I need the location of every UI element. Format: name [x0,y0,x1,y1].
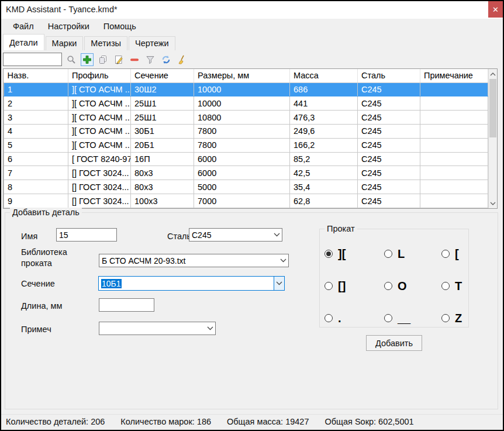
table-scrollbar[interactable] [488,69,497,208]
column-header-note[interactable]: Примечание [420,69,488,82]
table-cell: 8 [4,180,68,194]
table-cell: 30Б1 [131,124,194,138]
prokat-grid: ][L[[]OT.__Z [320,229,468,334]
table-row[interactable]: 4][ СТО АСЧМ ...30Б17800249,6С245 [4,124,488,138]
table-row[interactable]: 3][ СТО АСЧМ ...25Ш110800476,3С245 [4,111,488,125]
tab-strip: Детали Марки Метизы Чертежи [3,34,177,50]
table-cell: 42,5 [290,166,358,180]
scrollbar-track[interactable] [489,137,497,198]
chevron-down-icon [205,322,215,335]
scroll-down-icon[interactable] [489,198,497,208]
prokat-radio-2[interactable]: [ [441,248,468,260]
table-row[interactable]: 6[ ГОСТ 8240-9716П600085,2С245 [4,152,488,166]
column-header-mass[interactable]: Масса [290,69,358,82]
section-combobox-value: 10Б1 [99,279,274,288]
steel-select[interactable]: С245 [189,228,282,242]
table-cell: 6000 [194,166,290,180]
radio-icon [441,314,450,322]
library-select[interactable]: Б СТО АСЧМ 20-93.txt [99,254,289,267]
filter-icon[interactable] [144,53,157,66]
copy-icon[interactable] [96,53,109,66]
table-cell: 6000 [194,152,290,166]
note-select[interactable] [99,322,216,335]
prokat-radio-label: . [338,312,341,324]
column-header-profile[interactable]: Профиль [68,69,131,82]
table-cell [420,111,488,125]
library-label: Библиотека проката [21,247,75,269]
prokat-radio-0[interactable]: ][ [325,248,384,260]
table-cell: [] ГОСТ 3024... [68,166,131,180]
table-cell [420,166,488,180]
table-cell [420,124,488,138]
prokat-radio-6[interactable]: . [325,312,384,324]
prokat-radio-label: __ [398,312,410,324]
title-bar: KMD Assistant - Туапсе.kmd* ✕ [1,1,503,19]
table-cell: С245 [358,111,420,125]
column-header-steel[interactable]: Сталь [358,69,420,82]
radio-icon [325,314,333,322]
prokat-radio-8[interactable]: Z [441,312,468,324]
table-cell [420,152,488,166]
column-header-section[interactable]: Сечение [131,69,194,82]
scroll-up-icon[interactable] [489,69,497,79]
prokat-radio-7[interactable]: __ [384,312,441,324]
chevron-down-icon [271,229,282,241]
tab-details[interactable]: Детали [3,34,44,50]
add-detail-group-title: Добавить деталь [10,208,82,217]
edit-icon[interactable] [112,53,125,66]
table-cell: 4 [4,124,68,138]
close-button[interactable]: ✕ [488,1,503,18]
tab-drawings[interactable]: Чертежи [129,36,175,50]
radio-icon [441,250,450,258]
steel-label: Сталь [167,232,191,241]
steel-select-value: С245 [189,230,271,240]
table-cell: 10000 [194,96,290,111]
menu-help[interactable]: Помощь [96,19,143,33]
radio-icon [441,282,450,290]
tab-marks[interactable]: Марки [46,36,84,50]
search-input[interactable] [3,53,62,66]
parts-table-body: 1][ СТО АСЧМ ...30Ш210000686С2452][ СТО … [4,82,488,208]
name-label: Имя [21,232,37,241]
window-title: KMD Assistant - Туапсе.kmd* [6,5,118,14]
length-field[interactable] [99,298,154,312]
status-details-count: Количество деталей: 206 [6,417,105,426]
table-cell [420,82,488,96]
app-window: KMD Assistant - Туапсе.kmd* ✕ Файл Настр… [0,0,504,431]
menu-settings[interactable]: Настройки [41,19,96,33]
section-combobox[interactable]: 10Б1 [98,276,285,291]
search-icon[interactable] [65,53,78,66]
table-cell: 1 [4,82,68,96]
table-row[interactable]: 9[] ГОСТ 3024...100x3700062,8С245 [4,194,488,208]
tab-hardware[interactable]: Метизы [84,36,127,50]
add-button[interactable]: Добавить [366,335,422,351]
prokat-radio-3[interactable]: [] [325,280,384,292]
prokat-radio-4[interactable]: O [384,280,441,292]
remove-icon[interactable] [128,53,141,66]
column-header-size[interactable]: Размеры, мм [194,69,290,82]
refresh-icon[interactable] [160,53,172,66]
table-row[interactable]: 7[] ГОСТ 3024...80x3600042,5С245 [4,166,488,180]
table-cell: С245 [358,124,420,138]
prokat-radio-1[interactable]: L [384,248,441,260]
prokat-radio-label: L [398,248,405,260]
column-header-name[interactable]: Назв. [4,69,68,82]
table-cell: С245 [358,194,420,208]
table-row[interactable]: 5][ СТО АСЧМ ...20Б17800166,2С245 [4,138,488,152]
name-field[interactable] [56,228,117,242]
table-cell: 441 [290,96,358,111]
clean-icon[interactable] [175,53,188,66]
parts-table: Назв. Профиль Сечение Размеры, мм Масса … [3,68,498,209]
scrollbar-thumb[interactable] [489,79,496,137]
prokat-group: Прокат ][L[[]OT.__Z [319,229,469,327]
menu-file[interactable]: Файл [6,19,41,33]
prokat-radio-label: ][ [338,248,346,260]
prokat-radio-5[interactable]: T [441,280,468,292]
library-select-value: Б СТО АСЧМ 20-93.txt [99,256,278,266]
table-row[interactable]: 2][ СТО АСЧМ ...25Ш110000441С245 [4,96,488,111]
table-cell: 7800 [194,138,290,152]
table-row[interactable]: 1][ СТО АСЧМ ...30Ш210000686С245 [4,82,488,96]
radio-icon [384,282,392,290]
table-row[interactable]: 8[] ГОСТ 3024...80x3500035,4С245 [4,180,488,194]
add-icon[interactable] [81,53,94,66]
